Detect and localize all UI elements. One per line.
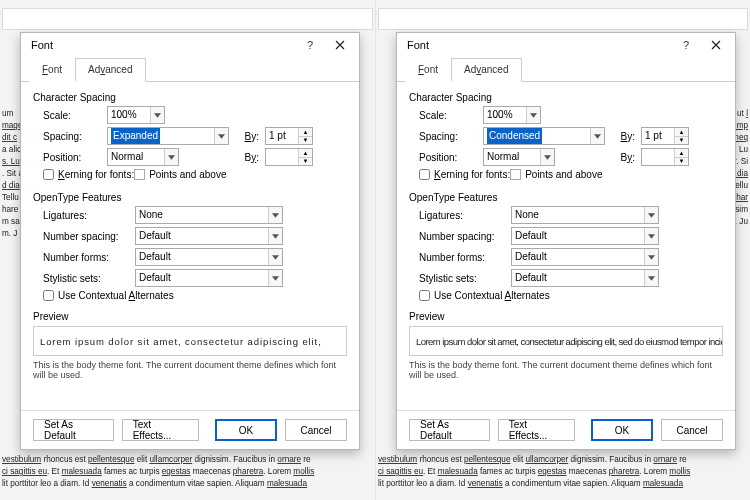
chevron-down-icon <box>268 207 282 223</box>
numforms-select[interactable]: Default <box>511 248 659 266</box>
text-effects-button[interactable]: Text Effects... <box>498 419 575 441</box>
doc-page-top <box>2 8 373 30</box>
tab-advanced[interactable]: Advanced <box>451 58 521 82</box>
help-button[interactable]: ? <box>295 34 325 56</box>
pos-by-label: By: <box>239 152 259 163</box>
by-label: By: <box>239 131 259 142</box>
chevron-down-icon <box>268 249 282 265</box>
contextual-label: Use Contextual Alternates <box>434 290 550 301</box>
tab-font[interactable]: Font <box>405 58 451 82</box>
position-label: Position: <box>43 152 107 163</box>
contextual-checkbox[interactable] <box>43 290 54 301</box>
spinner-icon[interactable]: ▲▼ <box>298 128 312 144</box>
chevron-down-icon <box>590 128 604 144</box>
cancel-button[interactable]: Cancel <box>285 419 347 441</box>
spinner-icon[interactable]: ▲▼ <box>674 128 688 144</box>
close-button[interactable] <box>701 34 731 56</box>
spacing-by-input[interactable]: 1 pt ▲▼ <box>265 127 313 145</box>
group-preview: Preview <box>409 311 723 322</box>
dialog-title: Font <box>31 39 295 51</box>
numspacing-select[interactable]: Default <box>135 227 283 245</box>
spacing-by-input[interactable]: 1 pt ▲▼ <box>641 127 689 145</box>
chevron-down-icon <box>214 128 228 144</box>
contextual-label: Use Contextual Alternates <box>58 290 174 301</box>
chevron-down-icon <box>644 270 658 286</box>
position-by-input[interactable]: ▲▼ <box>265 148 313 166</box>
kerning-checkbox[interactable] <box>419 169 430 180</box>
chevron-down-icon <box>644 249 658 265</box>
numforms-select[interactable]: Default <box>135 248 283 266</box>
kerning-label: Kerning for fonts: <box>434 169 510 180</box>
doc-text-bottom: vestibulum rhoncus est pellentesque elit… <box>0 454 375 500</box>
set-default-button[interactable]: Set As Default <box>409 419 490 441</box>
dialog-tabs: Font Advanced <box>21 57 359 82</box>
close-icon <box>711 40 721 50</box>
preview-box: Lorem ipsum dolor sit amet, consectetur … <box>409 326 723 356</box>
spacing-select[interactable]: Condensed <box>483 127 605 145</box>
ligatures-label: Ligatures: <box>43 210 135 221</box>
numspacing-label: Number spacing: <box>43 231 135 242</box>
numspacing-label: Number spacing: <box>419 231 511 242</box>
group-character-spacing: Character Spacing <box>33 92 347 103</box>
ligatures-label: Ligatures: <box>419 210 511 221</box>
by-label: By: <box>615 131 635 142</box>
set-default-button[interactable]: Set As Default <box>33 419 114 441</box>
sets-label: Stylistic sets: <box>419 273 511 284</box>
kerning-row: Kerning for fonts: Points and above <box>43 169 347 180</box>
tab-advanced[interactable]: Advanced <box>75 58 145 82</box>
sets-select[interactable]: Default <box>511 269 659 287</box>
chevron-down-icon <box>526 107 540 123</box>
ok-button[interactable]: OK <box>215 419 277 441</box>
cancel-button[interactable]: Cancel <box>661 419 723 441</box>
scale-select[interactable]: 100% <box>483 106 541 124</box>
sets-select[interactable]: Default <box>135 269 283 287</box>
ligatures-select[interactable]: None <box>135 206 283 224</box>
position-label: Position: <box>419 152 483 163</box>
spacing-label: Spacing: <box>43 131 107 142</box>
kerning-suffix: Points and above <box>149 169 226 180</box>
spinner-icon[interactable]: ▲▼ <box>674 149 688 165</box>
dialog-titlebar: Font ? <box>397 33 735 57</box>
position-select[interactable]: Normal <box>107 148 179 166</box>
group-opentype: OpenType Features <box>409 192 723 203</box>
font-dialog: Font ? Font Advanced Character Spacing S… <box>20 32 360 450</box>
position-by-input[interactable]: ▲▼ <box>641 148 689 166</box>
chevron-down-icon <box>268 228 282 244</box>
group-character-spacing: Character Spacing <box>409 92 723 103</box>
scale-label: Scale: <box>43 110 107 121</box>
numforms-label: Number forms: <box>419 252 511 263</box>
doc-page-top <box>378 8 748 30</box>
ligatures-select[interactable]: None <box>511 206 659 224</box>
kerning-checkbox[interactable] <box>43 169 54 180</box>
close-button[interactable] <box>325 34 355 56</box>
doc-text-bottom: vestibulum rhoncus est pellentesque elit… <box>376 454 750 500</box>
ok-button[interactable]: OK <box>591 419 653 441</box>
help-button[interactable]: ? <box>671 34 701 56</box>
text-effects-button[interactable]: Text Effects... <box>122 419 199 441</box>
chevron-down-icon <box>644 228 658 244</box>
contextual-checkbox[interactable] <box>419 290 430 301</box>
chevron-down-icon <box>644 207 658 223</box>
preview-note: This is the body theme font. The current… <box>409 360 723 380</box>
group-preview: Preview <box>33 311 347 322</box>
numspacing-select[interactable]: Default <box>511 227 659 245</box>
spinner-icon[interactable]: ▲▼ <box>298 149 312 165</box>
tab-font[interactable]: Font <box>29 58 75 82</box>
close-icon <box>335 40 345 50</box>
kerning-input[interactable] <box>510 169 521 180</box>
chevron-down-icon <box>164 149 178 165</box>
dialog-titlebar: Font ? <box>21 33 359 57</box>
scale-label: Scale: <box>419 110 483 121</box>
dialog-tabs: Font Advanced <box>397 57 735 82</box>
chevron-down-icon <box>540 149 554 165</box>
kerning-row: Kerning for fonts: Points and above <box>419 169 723 180</box>
kerning-input[interactable] <box>134 169 145 180</box>
position-select[interactable]: Normal <box>483 148 555 166</box>
scale-select[interactable]: 100% <box>107 106 165 124</box>
kerning-label: Kerning for fonts: <box>58 169 134 180</box>
chevron-down-icon <box>150 107 164 123</box>
sets-label: Stylistic sets: <box>43 273 135 284</box>
preview-note: This is the body theme font. The current… <box>33 360 347 380</box>
spacing-select[interactable]: Expanded <box>107 127 229 145</box>
chevron-down-icon <box>268 270 282 286</box>
